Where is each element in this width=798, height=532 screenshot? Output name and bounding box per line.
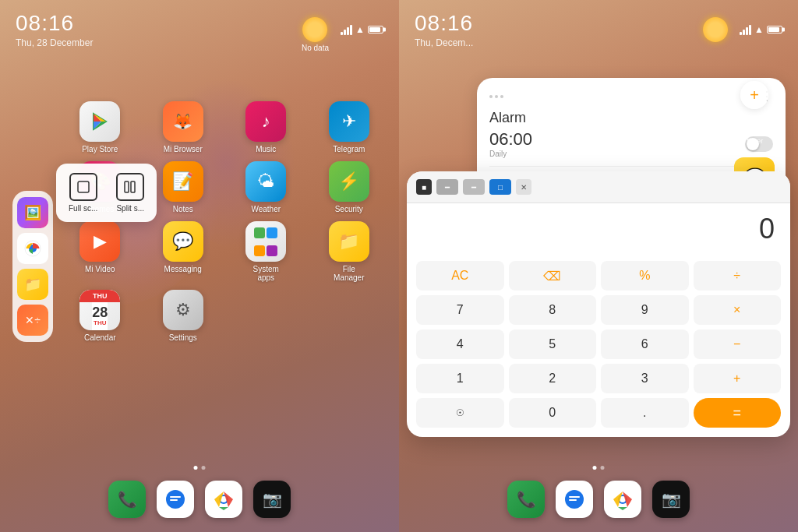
right-phone-screen: 08:16 Thu, Decem... ▲ ⋮	[399, 0, 798, 532]
calc-btn-4[interactable]: 4	[416, 329, 504, 359]
app-sysapps[interactable]: System apps	[228, 221, 304, 282]
calculator-overlay: ■ ━ ━ □ ✕ 0 AC ⌫ % ÷ 7 8 9 × 4 5 6 − 1 2	[407, 171, 790, 437]
right-dock-chrome[interactable]	[604, 481, 641, 518]
calc-btn-divide[interactable]: ÷	[694, 261, 782, 291]
settings-icon: ⚙	[163, 290, 203, 330]
right-dot-2	[601, 466, 605, 470]
calc-btn-1[interactable]: 1	[416, 364, 504, 393]
timer-icon: ⏱	[723, 118, 786, 135]
calc-tb-gray2-btn[interactable]: ━	[463, 179, 485, 195]
dock-chrome-icon[interactable]	[205, 481, 242, 518]
calc-btn-8[interactable]: 8	[509, 295, 597, 325]
dot-1	[194, 466, 198, 470]
calc-btn-7[interactable]: 7	[416, 295, 504, 325]
app-settings[interactable]: ⚙ Settings	[146, 290, 221, 342]
app-mivideo[interactable]: ▶ Mi Video	[62, 221, 138, 282]
notes-icon: 📝	[163, 161, 203, 202]
calendar-icon: THU 28 THU	[79, 290, 120, 330]
fullscreen-button[interactable]: Full sc...	[62, 170, 104, 216]
dock-chat-icon[interactable]	[157, 481, 194, 518]
calc-btn-func[interactable]: ☉	[416, 398, 504, 428]
dock-phone-icon[interactable]: 📞	[108, 481, 146, 518]
calc-tb-gray-btn[interactable]: ━	[436, 179, 458, 195]
battery-icon	[368, 26, 383, 33]
left-dock: 📞 📷	[108, 481, 291, 518]
calc-toolbar: ■ ━ ━ □ ✕	[407, 171, 790, 203]
calc-tb-close-btn[interactable]: ✕	[516, 179, 531, 195]
calendar-label: Calendar	[84, 333, 116, 342]
right-dock-phone[interactable]: 📞	[507, 481, 545, 518]
right-dock: 📞 📷	[507, 481, 690, 518]
calc-btn-dot[interactable]: .	[601, 398, 689, 428]
weather-app-label: Weather	[251, 205, 281, 213]
weather-app-icon: 🌤	[245, 161, 286, 202]
right-dock-camera[interactable]: 📷	[652, 481, 690, 518]
right-weather-widget	[703, 17, 728, 42]
music-icon: ♪	[245, 101, 286, 142]
left-date: Thu, 28 December	[16, 37, 93, 48]
right-sun-icon	[703, 17, 728, 42]
right-page-dots	[593, 466, 605, 470]
calc-btn-percent[interactable]: %	[601, 261, 689, 291]
fullscreen-label: Full sc...	[69, 204, 97, 213]
calc-btn-9[interactable]: 9	[601, 295, 689, 325]
calc-btn-5[interactable]: 5	[509, 329, 597, 359]
right-signal-icon	[740, 25, 751, 35]
weather-label: No data	[302, 44, 329, 52]
app-filemanager[interactable]: 📁 File Manager	[312, 221, 387, 282]
left-weather-widget: No data	[302, 17, 329, 52]
calc-btn-multiply[interactable]: ×	[694, 295, 782, 325]
calc-btn-6[interactable]: 6	[601, 329, 689, 359]
music-label: Music	[256, 145, 276, 153]
sidebar-files-icon[interactable]: 📁	[17, 269, 48, 300]
right-battery-icon	[767, 26, 782, 33]
alarm-label-1: Daily	[489, 150, 532, 158]
sidebar-gallery-icon[interactable]: 🖼️	[17, 197, 48, 228]
app-music[interactable]: ♪ Music	[228, 101, 304, 153]
timer-section: ⏱ Timer	[723, 118, 786, 145]
sidebar-calc-icon[interactable]: ✕÷	[17, 305, 48, 336]
calc-btn-0[interactable]: 0	[509, 398, 597, 428]
calc-btn-minus[interactable]: −	[694, 329, 782, 359]
dock-camera-icon[interactable]: 📷	[253, 481, 291, 518]
right-status-icons: ▲	[740, 24, 782, 35]
svg-rect-4	[131, 181, 135, 192]
calc-btn-backspace[interactable]: ⌫	[509, 261, 597, 291]
calc-tb-black-btn[interactable]: ■	[416, 179, 432, 195]
app-calendar[interactable]: THU 28 THU Calendar	[62, 290, 138, 342]
app-browser[interactable]: 🦊 Mi Browser	[146, 101, 221, 153]
playstore-icon	[79, 101, 120, 142]
left-status-bar: 08:16 Thu, 28 December ▲	[0, 11, 399, 48]
mivideo-icon: ▶	[79, 221, 120, 262]
calc-buttons: AC ⌫ % ÷ 7 8 9 × 4 5 6 − 1 2 3 + ☉ 0 . =	[407, 255, 790, 437]
svg-rect-2	[78, 181, 89, 192]
sidebar-chrome-icon[interactable]	[17, 233, 48, 264]
notes-label: Notes	[173, 205, 193, 213]
app-weather[interactable]: 🌤 Weather	[228, 161, 304, 213]
security-icon: ⚡	[329, 161, 369, 202]
telegram-label: Telegram	[333, 145, 365, 153]
left-time: 08:16	[16, 11, 93, 36]
app-playstore[interactable]: Play Store	[62, 101, 138, 153]
dot-2	[202, 466, 206, 470]
svg-rect-3	[125, 181, 129, 192]
app-security[interactable]: ⚡ Security	[312, 161, 387, 213]
calc-btn-ac[interactable]: AC	[416, 261, 504, 291]
add-alarm-button[interactable]: +	[740, 81, 768, 109]
app-messaging[interactable]: 💬 Messaging	[146, 221, 221, 282]
calc-btn-3[interactable]: 3	[601, 364, 689, 393]
messaging-label: Messaging	[164, 265, 202, 273]
calc-tb-blue-btn[interactable]: □	[489, 179, 511, 195]
sysapps-icon	[245, 221, 286, 262]
calc-btn-equals[interactable]: =	[694, 398, 782, 428]
calc-btn-plus[interactable]: +	[694, 364, 782, 393]
sun-icon	[302, 17, 327, 42]
left-status-icons: ▲	[341, 24, 383, 35]
mivideo-label: Mi Video	[85, 265, 115, 273]
splitscreen-button[interactable]: Split s...	[110, 170, 150, 216]
right-dock-chat[interactable]	[556, 481, 593, 518]
alarm-time-1: 06:00	[489, 129, 532, 150]
right-status-bar: 08:16 Thu, Decem... ▲	[399, 11, 798, 48]
calc-btn-2[interactable]: 2	[509, 364, 597, 393]
app-telegram[interactable]: ✈ Telegram	[312, 101, 387, 153]
